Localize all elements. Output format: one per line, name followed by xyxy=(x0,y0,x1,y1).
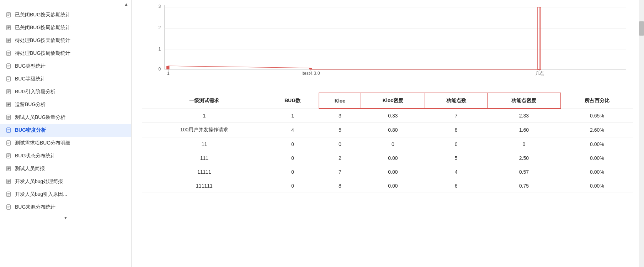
table-row: 11111070.0040.570.00% xyxy=(142,165,633,179)
table-row: 1130.3372.330.65% xyxy=(142,109,633,123)
cell-bug-count: 1 xyxy=(266,109,319,123)
doc-icon xyxy=(6,89,12,95)
sidebar-item-dev-bug-intro[interactable]: 开发人员bug引入原因... xyxy=(0,188,131,201)
sidebar-item-bug-density[interactable]: BUG密度分析 xyxy=(0,124,131,137)
doc-icon xyxy=(6,191,12,198)
sidebar-item-label: 已关闭BUG按天龄期统计 xyxy=(15,12,70,18)
cell-req: 1 xyxy=(142,109,266,123)
doc-icon xyxy=(6,50,12,57)
cell-func-density: 2.33 xyxy=(487,109,561,123)
cell-kloc: 8 xyxy=(319,179,361,193)
th-percent: 所占百分比 xyxy=(561,93,633,109)
sidebar-item-label: 待处理BUG按天龄期统计 xyxy=(15,37,70,44)
cell-req: 111 xyxy=(142,151,266,165)
cell-kloc: 0 xyxy=(319,137,361,151)
cell-func-points: 8 xyxy=(425,123,487,137)
cell-req: 111111 xyxy=(142,179,266,193)
table-row: 111020.0052.500.00% xyxy=(142,151,633,165)
bug-density-table: 一级测试需求BUG数KlocKloc密度功能点数功能点密度所占百分比 1130.… xyxy=(142,93,633,193)
cell-percent: 2.60% xyxy=(561,123,633,137)
table-header: 一级测试需求BUG数KlocKloc密度功能点数功能点密度所占百分比 xyxy=(142,93,633,109)
cell-kloc: 3 xyxy=(319,109,361,123)
cell-kloc-density: 0.00 xyxy=(361,151,425,165)
table-area: 一级测试需求BUG数KlocKloc密度功能点数功能点密度所占百分比 1130.… xyxy=(132,93,644,267)
cell-req: 100用户并发操作请求 xyxy=(142,123,266,137)
cell-req: 11 xyxy=(142,137,266,151)
cell-bug-count: 4 xyxy=(266,123,319,137)
cell-percent: 0.00% xyxy=(561,151,633,165)
sidebar-item-bug-status-dist[interactable]: BUG状态分布统计 xyxy=(0,150,131,162)
doc-icon xyxy=(6,153,12,159)
table-row: 100用户并发操作请求450.8081.602.60% xyxy=(142,123,633,137)
cell-kloc-density: 0.33 xyxy=(361,109,425,123)
doc-icon xyxy=(6,140,12,146)
cell-func-points: 4 xyxy=(425,165,487,179)
cell-kloc-density: 0 xyxy=(361,137,425,151)
doc-icon xyxy=(6,37,12,44)
sidebar-item-label: 已关闭BUG按周龄期统计 xyxy=(15,25,70,31)
cell-percent: 0.00% xyxy=(561,165,633,179)
svg-text:itest4.3.0: itest4.3.0 xyxy=(302,71,320,76)
doc-icon xyxy=(6,114,12,121)
th-func-points: 功能点数 xyxy=(425,93,487,109)
sidebar-item-label: 测试人员简报 xyxy=(15,166,45,172)
bug-density-chart: 3 2 1 0 1 itest4.3.0 几点 xyxy=(146,4,633,78)
sidebar-item-label: 待处理BUG按周龄期统计 xyxy=(15,50,70,57)
cell-kloc: 7 xyxy=(319,165,361,179)
cell-percent: 0.00% xyxy=(561,179,633,193)
sidebar-item-closed-bug-week[interactable]: 已关闭BUG按周龄期统计 xyxy=(0,21,131,34)
sidebar-item-tester-brief[interactable]: 测试人员简报 xyxy=(0,162,131,175)
sidebar-item-bug-intro-phase[interactable]: BUG引入阶段分析 xyxy=(0,85,131,98)
sidebar-item-tester-bug-quality[interactable]: 测试人员BUG质量分析 xyxy=(0,111,131,124)
svg-text:几点: 几点 xyxy=(535,71,544,76)
sidebar-item-label: BUG状态分布统计 xyxy=(15,153,55,159)
sidebar-item-pending-bug-day[interactable]: 待处理BUG按天龄期统计 xyxy=(0,34,131,47)
sidebar-item-bug-type[interactable]: BUG类型统计 xyxy=(0,60,131,73)
cell-func-points: 5 xyxy=(425,151,487,165)
scroll-up-button[interactable]: ▲ xyxy=(123,1,130,8)
sidebar-item-residual-bug[interactable]: 遗留BUG分析 xyxy=(0,98,131,111)
sidebar-item-test-req-bug-detail[interactable]: 测试需求项BUG分布明细 xyxy=(0,137,131,150)
doc-icon xyxy=(6,12,12,18)
sidebar-scroll-down-area: ▼ xyxy=(0,214,131,222)
sidebar-item-label: 测试需求项BUG分布明细 xyxy=(15,140,70,146)
cell-kloc-density: 0.00 xyxy=(361,179,425,193)
sidebar-item-label: 遗留BUG分析 xyxy=(15,101,46,108)
main-content: 3 2 1 0 1 itest4.3.0 几点 xyxy=(132,0,644,267)
cell-percent: 0.65% xyxy=(561,109,633,123)
sidebar-item-label: BUG类型统计 xyxy=(15,63,46,69)
cell-bug-count: 0 xyxy=(266,179,319,193)
scrollbar-thumb[interactable] xyxy=(639,21,644,36)
cell-func-points: 0 xyxy=(425,137,487,151)
th-kloc: Kloc xyxy=(319,93,361,109)
doc-icon xyxy=(6,76,12,82)
cell-func-density: 0.57 xyxy=(487,165,561,179)
doc-icon xyxy=(6,178,12,185)
cell-bug-count: 0 xyxy=(266,151,319,165)
doc-icon xyxy=(6,166,12,172)
th-func-density: 功能点密度 xyxy=(487,93,561,109)
doc-icon xyxy=(6,127,12,134)
sidebar-item-bug-source-dist[interactable]: BUG来源分布统计 xyxy=(0,201,131,214)
sidebar-item-label: 开发人员bug处理简报 xyxy=(15,178,63,185)
cell-func-density: 2.50 xyxy=(487,151,561,165)
sidebar-item-label: BUG来源分布统计 xyxy=(15,204,55,210)
scroll-down-button[interactable]: ▼ xyxy=(62,214,69,221)
doc-icon xyxy=(6,204,12,210)
svg-text:1: 1 xyxy=(167,71,170,76)
cell-kloc: 2 xyxy=(319,151,361,165)
right-scrollbar[interactable] xyxy=(639,0,644,267)
chart-area: 3 2 1 0 1 itest4.3.0 几点 xyxy=(132,0,644,93)
table-row: 11000000.00% xyxy=(142,137,633,151)
cell-kloc-density: 0.80 xyxy=(361,123,425,137)
sidebar-item-closed-bug-day[interactable]: 已关闭BUG按天龄期统计 xyxy=(0,9,131,21)
cell-func-points: 6 xyxy=(425,179,487,193)
sidebar-item-pending-bug-week[interactable]: 待处理BUG按周龄期统计 xyxy=(0,47,131,60)
sidebar-item-bug-level[interactable]: BUG等级统计 xyxy=(0,73,131,85)
cell-percent: 0.00% xyxy=(561,137,633,151)
sidebar-item-label: 开发人员bug引入原因... xyxy=(15,191,67,198)
sidebar-item-dev-bug-brief[interactable]: 开发人员bug处理简报 xyxy=(0,175,131,188)
doc-icon xyxy=(6,25,12,31)
svg-text:2: 2 xyxy=(158,25,161,30)
sidebar-item-label: BUG等级统计 xyxy=(15,76,46,82)
